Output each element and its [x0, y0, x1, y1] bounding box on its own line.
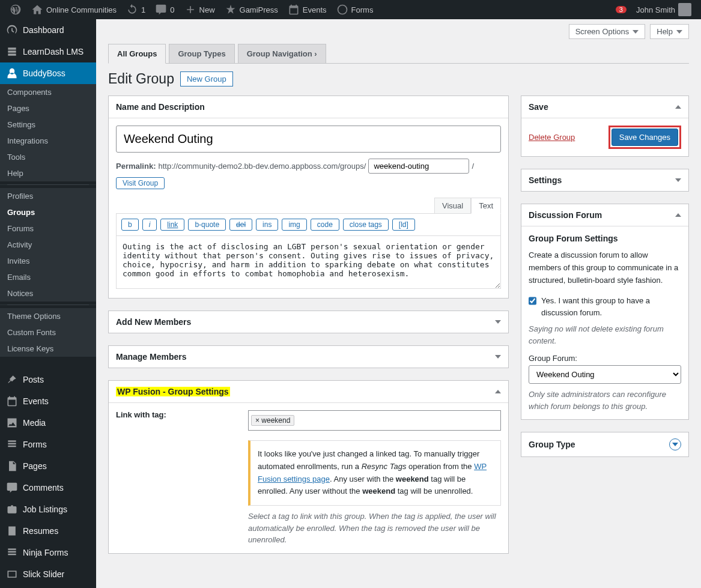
forms-link[interactable]: Forms [332, 0, 378, 19]
qt-close[interactable]: close tags [343, 219, 389, 231]
qt-code[interactable]: code [311, 219, 339, 231]
dashboard-icon [6, 24, 18, 36]
user-name: John Smith [636, 5, 675, 14]
box-title: Discussion Forum [529, 210, 602, 220]
sidebar-item-activity[interactable]: Activity [0, 237, 96, 253]
qt-ins[interactable]: ins [256, 219, 278, 231]
toggle-icon[interactable] [675, 213, 681, 217]
tab-group-navigation[interactable]: Group Navigation › [238, 44, 326, 63]
sidebar-item-custom-fonts[interactable]: Custom Fonts [0, 324, 96, 341]
sidebar-item-comments[interactable]: Comments [0, 477, 96, 499]
group-type-box: Group Type [521, 432, 689, 457]
save-box: Save Delete Group Save Changes [521, 95, 689, 157]
name-description-box: Name and Description Permalink: http://c… [108, 95, 509, 299]
toggle-icon[interactable] [675, 105, 681, 109]
text-tab[interactable]: Text [471, 198, 501, 214]
qt-bquote[interactable]: b-quote [188, 219, 226, 231]
settings-box: Settings [521, 169, 689, 192]
help-button[interactable]: Help [650, 24, 689, 39]
gamipress-label: GamiPress [240, 5, 278, 14]
group-name-input[interactable] [116, 126, 501, 153]
qt-ld[interactable]: [ld] [392, 219, 415, 231]
sidebar-item-learndash[interactable]: LearnDash LMS [0, 41, 96, 62]
qt-img[interactable]: img [282, 219, 306, 231]
quicktags-toolbar: b i link b-quote del ins img code close … [116, 214, 501, 236]
sidebar-item-dashboard[interactable]: Dashboard [0, 19, 96, 41]
delete-group-link[interactable]: Delete Group [529, 133, 575, 142]
user-menu[interactable]: John Smith [631, 0, 696, 19]
sidebar-item-forums[interactable]: Forums [0, 220, 96, 237]
screen-options-button[interactable]: Screen Options [569, 24, 646, 39]
site-name: Online Communities [46, 5, 117, 14]
tag-input[interactable]: × weekend [248, 410, 501, 431]
qt-link[interactable]: link [160, 219, 184, 231]
sidebar-item-license-keys[interactable]: License Keys [0, 341, 96, 357]
forum-checkbox[interactable] [529, 296, 536, 306]
comments-link[interactable]: 0 [150, 0, 179, 19]
events-link[interactable]: Events [283, 0, 332, 19]
sidebar-item-job-listings[interactable]: Job Listings [0, 499, 96, 520]
visual-tab[interactable]: Visual [434, 198, 471, 213]
sidebar-item-help[interactable]: Help [0, 165, 96, 181]
toggle-icon[interactable] [495, 320, 501, 324]
sidebar-item-media[interactable]: Media [0, 412, 96, 434]
sidebar-item-theme-options[interactable]: Theme Options [0, 308, 96, 324]
sidebar-item-components[interactable]: Components [0, 84, 96, 100]
description-textarea[interactable] [116, 236, 501, 289]
forum-checkbox-row[interactable]: Yes. I want this group to have a discuss… [529, 295, 681, 318]
visit-group-button[interactable]: Visit Group [116, 177, 165, 189]
home-icon [31, 4, 43, 16]
sidebar-item-integrations[interactable]: Integrations [0, 133, 96, 149]
sidebar-item-pages-main[interactable]: Pages [0, 455, 96, 477]
add-members-box: Add New Members [108, 311, 509, 333]
notif-badge: 3 [616, 6, 627, 13]
sidebar-item-slick-slider[interactable]: Slick Slider [0, 563, 96, 585]
sidebar-item-posts[interactable]: Posts [0, 369, 96, 390]
tab-group-types[interactable]: Group Types [169, 44, 234, 63]
sidebar-item-groups[interactable]: Groups [0, 204, 96, 220]
notifications-link[interactable]: 3 [611, 0, 631, 19]
new-label: New [199, 5, 215, 14]
site-home-link[interactable]: Online Communities [26, 0, 121, 19]
toggle-icon[interactable] [495, 355, 501, 359]
media-icon [6, 417, 18, 429]
toggle-icon[interactable] [495, 390, 501, 393]
sidebar-item-pages[interactable]: Pages [0, 100, 96, 117]
ninja-icon [6, 547, 18, 559]
sidebar-item-events[interactable]: Events [0, 390, 96, 412]
forum-admin-note: Only site administrators can reconfigure… [529, 389, 681, 412]
qt-del[interactable]: del [229, 219, 252, 231]
new-group-button[interactable]: New Group [180, 71, 233, 86]
tag-change-notice: It looks like you've just changed a link… [248, 440, 501, 506]
qt-italic[interactable]: i [142, 219, 157, 231]
slug-input[interactable] [368, 159, 469, 174]
sidebar-item-ninja-forms[interactable]: Ninja Forms [0, 542, 96, 563]
sidebar-item-settings[interactable]: Settings [0, 117, 96, 133]
sidebar-item-notices[interactable]: Notices [0, 285, 96, 302]
updates-link[interactable]: 1 [121, 0, 150, 19]
wordpress-logo[interactable] [5, 0, 26, 19]
gamipress-link[interactable]: GamiPress [220, 0, 283, 19]
tag-chip[interactable]: × weekend [251, 415, 294, 426]
manage-members-box: Manage Members [108, 345, 509, 368]
toggle-circle-icon[interactable] [669, 438, 681, 450]
updates-icon [126, 4, 138, 16]
forum-check-label: Yes. I want this group to have a discuss… [541, 295, 681, 318]
save-changes-button[interactable]: Save Changes [611, 129, 678, 146]
sidebar-item-emails[interactable]: Emails [0, 269, 96, 285]
new-link[interactable]: New [180, 0, 220, 19]
comment-icon [6, 482, 18, 494]
sidebar-item-buddyboss[interactable]: BuddyBoss [0, 62, 96, 84]
sidebar-item-forms[interactable]: Forms [0, 434, 96, 455]
qt-bold[interactable]: b [121, 219, 139, 231]
box-title: Add New Members [116, 317, 191, 327]
box-title: WP Fusion - Group Settings [116, 387, 230, 396]
sidebar-item-resumes[interactable]: Resumes [0, 520, 96, 542]
chevron-right-icon: › [314, 49, 317, 58]
group-forum-select[interactable]: Weekend Outing [529, 365, 681, 384]
sidebar-item-profiles[interactable]: Profiles [0, 188, 96, 204]
toggle-icon[interactable] [675, 178, 681, 182]
sidebar-item-invites[interactable]: Invites [0, 253, 96, 269]
tab-all-groups[interactable]: All Groups [108, 44, 166, 64]
sidebar-item-tools[interactable]: Tools [0, 149, 96, 165]
